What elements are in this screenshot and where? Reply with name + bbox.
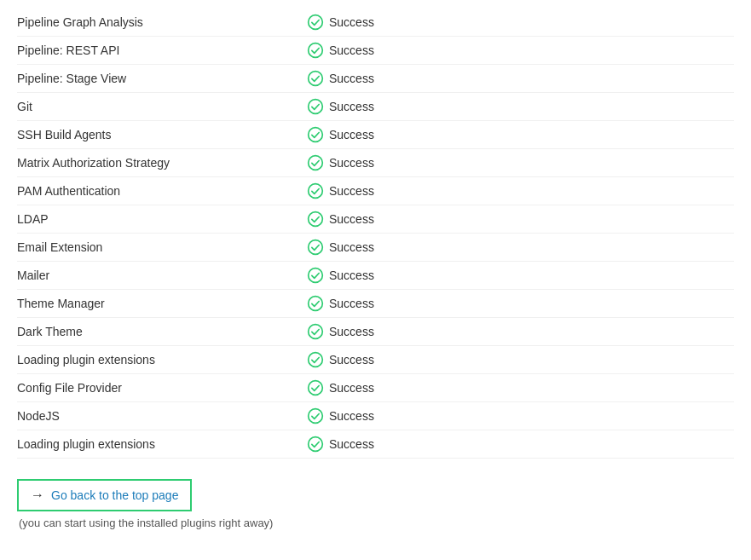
plugin-name: SSH Build Agents — [17, 128, 307, 141]
success-check-icon — [307, 323, 324, 340]
back-link-section: → Go back to the top page (you can start… — [17, 479, 734, 529]
plugin-status: Success — [307, 154, 374, 171]
success-check-icon — [307, 211, 324, 228]
plugin-row: Dark Theme Success — [17, 318, 734, 346]
status-text: Success — [329, 156, 374, 170]
plugin-name: Matrix Authorization Strategy — [17, 156, 307, 170]
plugin-status: Success — [307, 239, 374, 256]
success-check-icon — [307, 154, 324, 171]
success-check-icon — [307, 239, 324, 256]
status-text: Success — [329, 240, 374, 254]
plugin-status: Success — [307, 407, 374, 424]
plugin-row: NodeJS Success — [17, 402, 734, 430]
status-text: Success — [329, 268, 374, 282]
plugin-name: Email Extension — [17, 240, 307, 254]
plugin-name: Config File Provider — [17, 381, 307, 395]
plugin-name: Dark Theme — [17, 325, 307, 338]
success-check-icon — [307, 351, 324, 368]
back-to-top-button[interactable]: → Go back to the top page — [17, 479, 192, 511]
success-check-icon — [307, 295, 324, 312]
svg-point-5 — [309, 156, 323, 170]
plugin-row: SSH Build Agents Success — [17, 121, 734, 149]
status-text: Success — [329, 325, 374, 338]
plugin-status: Success — [307, 211, 374, 228]
status-text: Success — [329, 297, 374, 310]
status-text: Success — [329, 212, 374, 226]
plugin-row: Matrix Authorization Strategy Success — [17, 149, 734, 177]
plugin-row: Pipeline: Stage View Success — [17, 65, 734, 93]
plugin-status: Success — [307, 70, 374, 87]
plugin-name: NodeJS — [17, 409, 307, 423]
arrow-right-icon: → — [31, 488, 44, 503]
main-container: Pipeline Graph Analysis SuccessPipeline:… — [0, 0, 751, 546]
success-check-icon — [307, 407, 324, 424]
plugin-row: LDAP Success — [17, 205, 734, 234]
success-check-icon — [307, 379, 324, 396]
svg-point-0 — [309, 15, 323, 30]
plugin-name: Mailer — [17, 268, 307, 282]
plugin-row: Config File Provider Success — [17, 374, 734, 402]
back-link-hint: (you can start using the installed plugi… — [17, 517, 734, 529]
plugin-name: Pipeline Graph Analysis — [17, 15, 307, 29]
plugin-status: Success — [307, 14, 374, 31]
svg-point-6 — [309, 184, 323, 199]
status-text: Success — [329, 43, 374, 57]
plugin-status: Success — [307, 182, 374, 199]
status-text: Success — [329, 184, 374, 198]
svg-point-15 — [309, 437, 323, 452]
status-text: Success — [329, 72, 374, 85]
success-check-icon — [307, 14, 324, 31]
success-check-icon — [307, 98, 324, 115]
svg-point-13 — [309, 381, 323, 395]
plugin-row: Pipeline: REST API Success — [17, 37, 734, 65]
status-text: Success — [329, 353, 374, 367]
plugin-name: PAM Authentication — [17, 184, 307, 198]
back-link-label: Go back to the top page — [51, 488, 178, 502]
svg-point-12 — [309, 353, 323, 367]
plugin-row: Mailer Success — [17, 262, 734, 290]
svg-point-4 — [309, 128, 323, 142]
status-text: Success — [329, 100, 374, 113]
svg-point-11 — [309, 325, 323, 339]
plugin-name: Theme Manager — [17, 297, 307, 310]
plugin-row: Email Extension Success — [17, 234, 734, 262]
svg-point-8 — [309, 240, 323, 255]
plugin-row: Loading plugin extensions Success — [17, 346, 734, 374]
plugin-status: Success — [307, 267, 374, 284]
success-check-icon — [307, 126, 324, 143]
plugin-row: Loading plugin extensions Success — [17, 430, 734, 459]
success-check-icon — [307, 182, 324, 199]
plugin-status: Success — [307, 126, 374, 143]
plugin-name: Git — [17, 100, 307, 113]
status-text: Success — [329, 381, 374, 395]
plugin-list: Pipeline Graph Analysis SuccessPipeline:… — [17, 9, 734, 459]
plugin-status: Success — [307, 436, 374, 453]
svg-point-9 — [309, 268, 323, 283]
svg-point-2 — [309, 72, 323, 86]
status-text: Success — [329, 128, 374, 141]
svg-point-14 — [309, 409, 323, 424]
plugin-status: Success — [307, 98, 374, 115]
success-check-icon — [307, 42, 324, 59]
status-text: Success — [329, 409, 374, 423]
plugin-name: LDAP — [17, 212, 307, 226]
plugin-status: Success — [307, 295, 374, 312]
plugin-name: Pipeline: Stage View — [17, 72, 307, 85]
plugin-row: Theme Manager Success — [17, 290, 734, 318]
status-text: Success — [329, 15, 374, 29]
status-text: Success — [329, 437, 374, 451]
plugin-status: Success — [307, 351, 374, 368]
plugin-status: Success — [307, 379, 374, 396]
svg-point-7 — [309, 212, 323, 227]
plugin-row: PAM Authentication Success — [17, 177, 734, 205]
plugin-status: Success — [307, 323, 374, 340]
success-check-icon — [307, 436, 324, 453]
plugin-name: Loading plugin extensions — [17, 437, 307, 451]
success-check-icon — [307, 267, 324, 284]
plugin-row: Git Success — [17, 93, 734, 121]
plugin-row: Pipeline Graph Analysis Success — [17, 9, 734, 37]
success-check-icon — [307, 70, 324, 87]
plugin-name: Pipeline: REST API — [17, 43, 307, 57]
svg-point-10 — [309, 297, 323, 311]
svg-point-1 — [309, 43, 323, 58]
